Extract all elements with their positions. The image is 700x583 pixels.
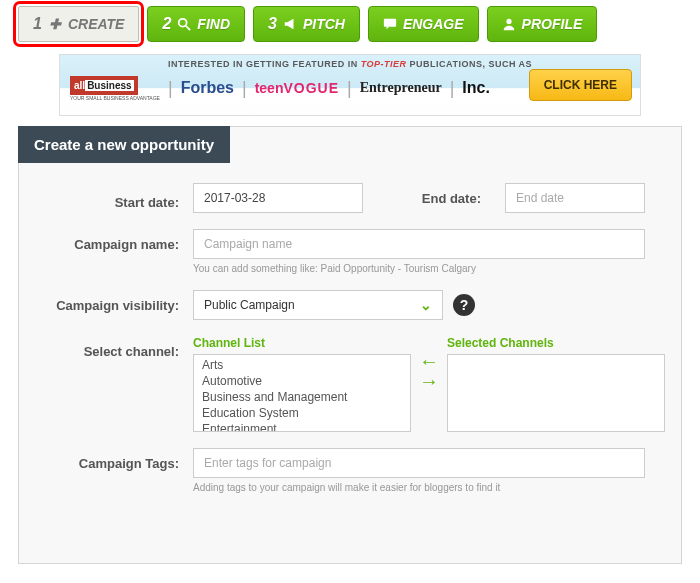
channel-option[interactable]: Education System	[194, 405, 410, 421]
panel-title: Create a new opportunity	[18, 126, 230, 163]
tags-label: Campaign Tags:	[39, 448, 179, 471]
selected-channels-title: Selected Channels	[447, 336, 673, 350]
nav-create[interactable]: 1 ✚ CREATE	[18, 6, 139, 42]
channel-list-title: Channel List	[193, 336, 411, 350]
help-icon[interactable]: ?	[453, 294, 475, 316]
banner-suffix: PUBLICATIONS, SUCH AS	[410, 59, 533, 69]
channel-list[interactable]: Arts Automotive Business and Management …	[193, 354, 411, 432]
logo-sep: |	[347, 78, 352, 99]
channel-label: Select channel:	[39, 336, 179, 359]
start-date-label: Start date:	[39, 187, 179, 210]
logo-sep: |	[168, 78, 173, 99]
logo-inc: Inc.	[462, 79, 490, 97]
row-channels: Select channel: Channel List Arts Automo…	[39, 336, 645, 432]
svg-rect-2	[384, 19, 396, 27]
channel-swap-controls: ← →	[419, 336, 439, 388]
start-date-input[interactable]	[193, 183, 363, 213]
promo-banner: INTERESTED IN GETTING FEATURED IN TOP-TI…	[59, 54, 641, 116]
selected-channels-list[interactable]	[447, 354, 665, 432]
nav-find-num: 2	[162, 15, 171, 33]
nav-find[interactable]: 2 FIND	[147, 6, 245, 42]
logo-all-sub: YOUR SMALL BUSINESS ADVANTAGE	[70, 95, 160, 101]
row-tags: Campaign Tags: Adding tags to your campa…	[39, 448, 645, 493]
top-nav: 1 ✚ CREATE 2 FIND 3 PITCH ENGAGE PROFILE	[0, 0, 700, 48]
logo-forbes: Forbes	[181, 79, 234, 97]
logo-allbusiness: allBusiness YOUR SMALL BUSINESS ADVANTAG…	[70, 75, 160, 101]
form-panel: Create a new opportunity Start date: End…	[18, 126, 682, 564]
end-date-input[interactable]	[505, 183, 645, 213]
logo-sep: |	[450, 78, 455, 99]
logo-teen: teen	[255, 80, 284, 96]
search-icon	[177, 17, 191, 31]
logo-sep: |	[242, 78, 247, 99]
nav-profile[interactable]: PROFILE	[487, 6, 598, 42]
channel-option[interactable]: Arts	[194, 357, 410, 373]
opportunity-form: Start date: End date: Campaign name: You…	[19, 163, 681, 493]
channel-option[interactable]: Automotive	[194, 373, 410, 389]
svg-line-1	[186, 26, 190, 30]
nav-pitch[interactable]: 3 PITCH	[253, 6, 360, 42]
arrow-left-icon[interactable]: ←	[419, 354, 439, 368]
logo-teenvogue: teenVOGUE	[255, 80, 339, 96]
logo-entrepreneur: Entrepreneur	[360, 80, 442, 96]
banner-headline: INTERESTED IN GETTING FEATURED IN TOP-TI…	[70, 59, 630, 69]
nav-profile-label: PROFILE	[522, 16, 583, 32]
chat-icon	[383, 17, 397, 31]
channel-option[interactable]: Business and Management	[194, 389, 410, 405]
nav-engage-label: ENGAGE	[403, 16, 464, 32]
campaign-name-helper: You can add something like: Paid Opportu…	[193, 263, 645, 274]
channel-option[interactable]: Entertainment	[194, 421, 410, 432]
row-visibility: Campaign visibility: Public Campaign ⌄ ?	[39, 290, 645, 320]
campaign-name-input[interactable]	[193, 229, 645, 259]
banner-toptier: TOP-TIER	[361, 59, 407, 69]
tags-input[interactable]	[193, 448, 645, 478]
tags-helper: Adding tags to your campaign will make i…	[193, 482, 645, 493]
visibility-value: Public Campaign	[204, 298, 295, 312]
svg-point-3	[506, 19, 511, 24]
row-campaign-name: Campaign name: You can add something lik…	[39, 229, 645, 274]
logo-all-biz: Business	[85, 80, 133, 91]
banner-cta-button[interactable]: CLICK HERE	[529, 69, 632, 101]
arrow-right-icon[interactable]: →	[419, 374, 439, 388]
banner-prefix: INTERESTED IN GETTING FEATURED IN	[168, 59, 358, 69]
row-dates: Start date: End date:	[39, 183, 645, 213]
nav-create-label: CREATE	[68, 16, 125, 32]
person-icon	[502, 17, 516, 31]
nav-find-label: FIND	[197, 16, 230, 32]
chevron-down-icon: ⌄	[420, 297, 432, 313]
logo-vogue: VOGUE	[283, 80, 339, 96]
nav-pitch-label: PITCH	[303, 16, 345, 32]
logo-all-prefix: all	[74, 80, 85, 91]
visibility-select[interactable]: Public Campaign ⌄	[193, 290, 443, 320]
campaign-name-label: Campaign name:	[39, 229, 179, 252]
nav-create-num: 1	[33, 15, 42, 33]
svg-point-0	[179, 19, 187, 27]
nav-pitch-num: 3	[268, 15, 277, 33]
visibility-label: Campaign visibility:	[39, 290, 179, 313]
plus-icon: ✚	[48, 17, 62, 31]
end-date-label: End date:	[422, 191, 491, 206]
megaphone-icon	[283, 17, 297, 31]
nav-engage[interactable]: ENGAGE	[368, 6, 479, 42]
